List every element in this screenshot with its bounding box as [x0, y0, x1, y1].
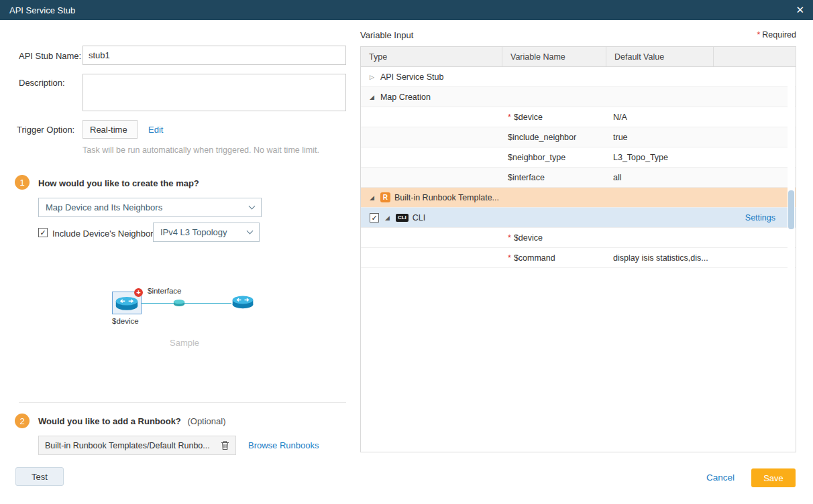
api-stub-name-label: API Stub Name: — [19, 51, 81, 61]
settings-link[interactable]: Settings — [745, 213, 775, 223]
chevron-down-icon — [247, 228, 254, 235]
table-scrollbar[interactable] — [788, 68, 795, 451]
step1-number-badge: 1 — [15, 175, 30, 190]
variable-name: $neighbor_type — [508, 153, 565, 162]
table-row[interactable]: ◢RBuilt-in Runbook Template... — [361, 188, 796, 208]
trigger-option-label: Trigger Option: — [17, 125, 74, 135]
row-label: CLI — [413, 213, 425, 223]
test-button[interactable]: Test — [15, 467, 64, 486]
column-header-default-value: Default Value — [606, 47, 714, 66]
default-value: display isis statistics,dis... — [613, 253, 708, 263]
trigger-option-value: Real-time — [83, 120, 138, 139]
step1-question: How would you like to create the map? — [38, 178, 199, 188]
collapse-icon[interactable]: ◢ — [370, 194, 374, 201]
interface-variable-label: $interface — [148, 287, 182, 295]
topology-link-line — [142, 303, 231, 304]
variable-name: $device — [514, 233, 543, 243]
default-value: all — [613, 173, 622, 182]
chevron-down-icon — [249, 203, 256, 210]
router-icon — [115, 294, 139, 312]
variable-name: $device — [514, 113, 543, 122]
topology-selected: IPv4 L3 Topology — [160, 227, 227, 237]
table-header-row: Type Variable Name Default Value — [361, 47, 796, 67]
map-type-selected: Map Device and Its Neighbors — [46, 202, 162, 212]
table-row[interactable]: $include_neighbortrue — [361, 127, 796, 147]
collapse-icon[interactable]: ◢ — [385, 214, 390, 221]
trigger-value-text: Real-time — [90, 125, 127, 135]
map-type-dropdown[interactable]: Map Device and Its Neighbors — [38, 198, 262, 217]
collapse-icon[interactable]: ◢ — [370, 94, 374, 101]
browse-runbooks-link[interactable]: Browse Runbooks — [248, 440, 319, 450]
table-row[interactable]: ▷API Service Stub — [361, 67, 796, 87]
required-legend: *Required — [757, 30, 796, 40]
topology-type-dropdown[interactable]: IPv4 L3 Topology — [153, 223, 260, 242]
neighbor-node-icon — [173, 298, 185, 307]
description-input[interactable] — [83, 74, 346, 111]
table-row[interactable]: ✓◢CLICLISettings — [361, 208, 796, 228]
scrollbar-thumb[interactable] — [788, 190, 794, 229]
sample-map-diagram: + $interface $device Sample — [38, 281, 293, 355]
variable-name: $command — [514, 253, 555, 263]
dialog-title: API Service Stub — [9, 5, 75, 15]
table-row[interactable]: $neighbor_typeL3_Topo_Type — [361, 147, 796, 168]
trigger-help-text: Task will be run automatically when trig… — [83, 145, 319, 155]
required-asterisk: * — [508, 253, 511, 263]
variable-input-table: Type Variable Name Default Value ▷API Se… — [360, 46, 796, 452]
row-label: Built-in Runbook Template... — [394, 193, 499, 202]
required-asterisk: * — [757, 30, 760, 40]
default-value: N/A — [613, 113, 627, 122]
api-stub-name-input[interactable] — [83, 46, 346, 65]
save-button[interactable]: Save — [751, 468, 796, 487]
expand-icon[interactable]: ▷ — [370, 74, 374, 80]
required-asterisk: * — [508, 233, 511, 243]
column-header-variable-name: Variable Name — [502, 47, 606, 66]
step2-question: Would you like to add a Runbook? (Option… — [38, 416, 226, 426]
variable-name: $interface — [508, 173, 545, 182]
variable-name: $include_neighbor — [508, 133, 576, 142]
default-value: true — [613, 133, 628, 142]
section-divider — [19, 402, 346, 403]
row-label: Map Creation — [380, 92, 431, 102]
step2-question-text: Would you like to add a Runbook? — [38, 416, 181, 426]
required-asterisk: * — [508, 113, 511, 122]
table-row[interactable]: $interfaceall — [361, 168, 796, 188]
table-row[interactable]: *$commanddisplay isis statistics,dis... — [361, 248, 796, 268]
router-icon — [231, 294, 254, 310]
table-body: ▷API Service Stub◢Map Creation*$deviceN/… — [361, 67, 796, 268]
row-label: API Service Stub — [380, 72, 444, 82]
step2-number-badge: 2 — [15, 414, 30, 428]
column-header-type: Type — [361, 47, 502, 66]
close-icon[interactable]: ✕ — [796, 0, 804, 20]
sample-caption: Sample — [170, 338, 199, 348]
row-checkbox[interactable]: ✓ — [370, 213, 379, 223]
optional-label: (Optional) — [187, 416, 225, 426]
add-badge-icon: + — [134, 288, 143, 297]
runbook-selection-box[interactable]: Built-in Runbook Templates/Default Runbo… — [38, 436, 236, 455]
runbook-icon: R — [380, 192, 390, 202]
variable-input-title: Variable Input — [360, 30, 413, 40]
table-row[interactable]: *$device — [361, 228, 796, 248]
description-label: Description: — [19, 78, 65, 88]
device-variable-label: $device — [112, 317, 139, 325]
runbook-path-text: Built-in Runbook Templates/Default Runbo… — [45, 441, 210, 450]
table-row[interactable]: *$deviceN/A — [361, 107, 796, 127]
table-row[interactable]: ◢Map Creation — [361, 87, 796, 107]
trash-icon[interactable] — [221, 440, 229, 450]
include-neighbors-label: Include Device's Neighbors — [52, 229, 158, 239]
required-legend-text: Required — [762, 30, 796, 40]
cli-icon: CLI — [396, 214, 409, 222]
column-header-blank — [714, 47, 796, 66]
edit-trigger-link[interactable]: Edit — [148, 125, 163, 135]
default-value: L3_Topo_Type — [613, 153, 668, 162]
cancel-button[interactable]: Cancel — [706, 472, 735, 483]
dialog-titlebar: API Service Stub ✕ — [0, 0, 813, 20]
include-neighbors-checkbox[interactable]: ✓ — [38, 228, 48, 237]
